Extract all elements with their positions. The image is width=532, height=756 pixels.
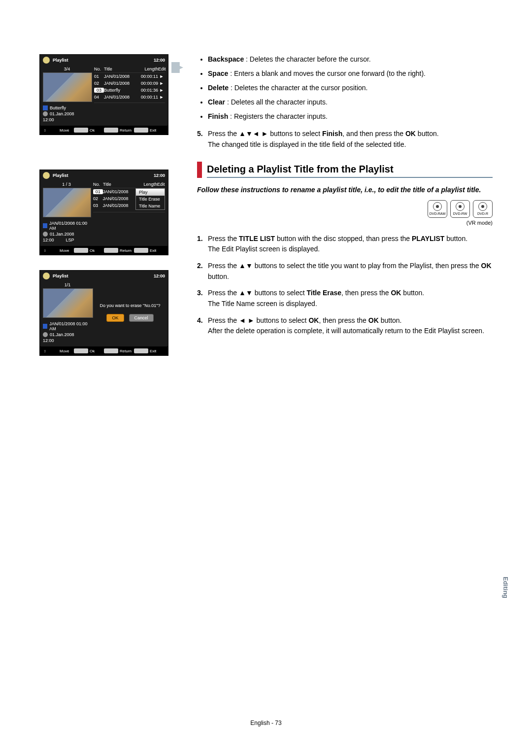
exit-key-icon [134, 348, 148, 353]
meta-mode: LSP [66, 238, 74, 242]
thumbnail [43, 72, 92, 102]
counter: 1/1 [43, 281, 92, 288]
meta-date: 01.Jan.2008 [50, 232, 74, 237]
foot-move: Move [60, 248, 74, 253]
thumbnail [43, 188, 91, 217]
col-title: Title [104, 67, 137, 71]
clock-icon [43, 232, 48, 237]
return-key-icon [104, 248, 118, 253]
foot-move: Move [60, 349, 74, 353]
mode-dvd-r: DVD-R [473, 200, 493, 218]
counter: 3/4 [43, 66, 91, 72]
screenshot-playlist-menu: Playlist12:00 1 / 3 JAN/01/2008 01:00 AM… [39, 170, 168, 255]
foot-return: Return [120, 128, 134, 133]
heading-marker [197, 162, 202, 178]
menu-title-name[interactable]: Title Name [136, 203, 165, 209]
foot-exit: Exit [150, 248, 164, 253]
step-1: 1. Press the TITLE LIST button with the … [197, 234, 493, 255]
ss-clock: 12:00 [154, 274, 165, 278]
foot-ok: Ok [90, 349, 104, 353]
bullet-delete: Delete : Deletes the character at the cu… [208, 83, 493, 93]
thumbnail [43, 288, 93, 318]
meta-date: 01.Jan.2008 [50, 111, 74, 116]
return-key-icon [104, 128, 118, 133]
bullet-finish: Finish : Registers the character inputs. [208, 111, 493, 122]
meta-time: 12:00 [43, 338, 54, 343]
meta-name: JAN/01/2008 01:00 AM [49, 221, 90, 231]
meta-time: 12:00 [43, 238, 54, 242]
ss-title: Playlist [53, 173, 68, 178]
meta-time: 12:00 [43, 117, 54, 122]
ss-title: Playlist [53, 58, 68, 63]
list-row[interactable]: 02JAN/01/2008 [93, 195, 135, 202]
mode-caption: (VR mode) [197, 220, 493, 226]
ok-button[interactable]: OK [106, 314, 124, 322]
counter: 1 / 3 [43, 181, 90, 188]
page-footer: English - 73 [0, 720, 532, 726]
square-icon [43, 223, 47, 228]
mode-dvd-rw: DVD-RW [450, 200, 470, 218]
mode-dvd-ram: DVD-RAM [428, 200, 447, 218]
ok-key-icon [74, 128, 88, 133]
square-icon [43, 105, 48, 110]
intro-text: Follow these instructions to rename a pl… [197, 185, 493, 195]
col-edit: Edit [158, 67, 165, 71]
disc-icon [43, 273, 50, 279]
section-heading: Deleting a Playlist Title from the Playl… [197, 162, 493, 178]
ok-key-icon [74, 348, 88, 353]
col-title: Title [103, 182, 136, 187]
list-row-selected[interactable]: 01JAN/01/2008 [93, 188, 135, 195]
bullet-clear: Clear : Deletes all the character inputs… [208, 97, 493, 107]
callout-arrow [171, 62, 183, 73]
foot-ok: Ok [90, 248, 104, 253]
return-key-icon [104, 348, 118, 353]
ss-clock: 12:00 [154, 58, 165, 63]
ss-clock: 12:00 [154, 173, 165, 178]
meta-name: JAN/01/2008 01:00 AM [49, 321, 92, 331]
foot-move: Move [60, 128, 74, 133]
foot-return: Return [120, 248, 134, 253]
col-length: Length [136, 182, 157, 187]
heading-text: Deleting a Playlist Title from the Playl… [207, 162, 493, 178]
step-4: 4. Press the ◄ ► buttons to select OK, t… [197, 315, 493, 337]
list-row-selected[interactable]: 03Butterfly00:01:36► [94, 87, 165, 94]
square-icon [43, 324, 47, 329]
foot-exit: Exit [150, 349, 164, 353]
meta-name: Butterfly [50, 105, 66, 110]
step-2: 2. Press the ▲▼ buttons to select the ti… [197, 261, 493, 282]
bullet-space: Space : Enters a blank and moves the cur… [208, 69, 493, 79]
list-row[interactable]: 03JAN/01/2008 [93, 202, 135, 209]
bullet-backspace: Backspace : Deletes the character before… [208, 54, 493, 65]
clock-icon [43, 111, 48, 116]
exit-key-icon [134, 248, 148, 253]
clock-icon [43, 332, 48, 337]
step-5: 5. Press the ▲▼◄ ► buttons to select Fin… [197, 129, 493, 150]
disc-icon [43, 57, 50, 64]
confirm-message: Do you want to erase "No.01"? [100, 303, 161, 308]
list-row[interactable]: 02JAN/01/200800:00:09► [94, 80, 165, 87]
foot-exit: Exit [150, 128, 164, 133]
menu-title-erase[interactable]: Title Erase [136, 196, 165, 203]
side-tab: Editing [502, 577, 509, 598]
menu-play[interactable]: Play [136, 189, 165, 196]
exit-key-icon [134, 128, 148, 133]
col-length: Length [137, 67, 158, 71]
foot-return: Return [120, 349, 134, 353]
meta-date: 01.Jan.2008 [50, 332, 74, 337]
screenshot-playlist-list: Playlist12:00 3/4 Butterfly 01.Jan.2008 … [39, 54, 168, 135]
mode-indicators: DVD-RAM DVD-RW DVD-R (VR mode) [197, 200, 493, 226]
list-row[interactable]: 01JAN/01/200800:00:11► [94, 73, 165, 80]
foot-ok: Ok [90, 128, 104, 133]
step-3: 3. Press the ▲▼ buttons to select Title … [197, 288, 493, 309]
ok-key-icon [74, 248, 88, 253]
cancel-button[interactable]: Cancel [129, 314, 154, 322]
col-no: No. [94, 67, 104, 71]
col-no: No. [93, 182, 103, 187]
screenshot-erase-confirm: Playlist12:00 1/1 JAN/01/2008 01:00 AM 0… [39, 270, 168, 356]
col-edit: Edit [157, 182, 164, 187]
disc-icon [43, 172, 50, 179]
ss-title: Playlist [53, 274, 68, 278]
list-row[interactable]: 04JAN/01/200800:00:11► [94, 94, 165, 101]
